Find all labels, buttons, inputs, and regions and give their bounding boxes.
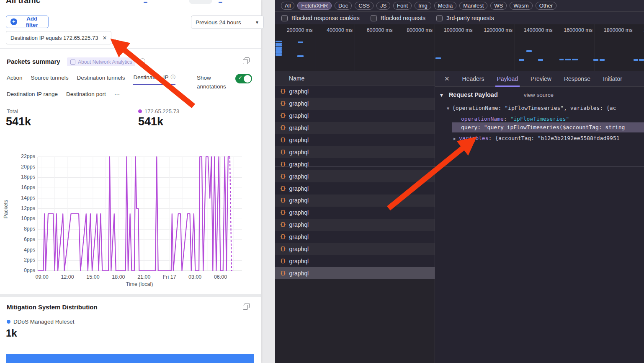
summary-tab[interactable]: ⋯ ⓘ [114, 91, 120, 100]
json-braces-icon: {} [280, 210, 285, 215]
request-payload-title: Request Payload [449, 91, 498, 98]
request-row[interactable]: {} graphql [275, 243, 435, 255]
timeline-request-bar [276, 54, 282, 56]
request-row[interactable]: {} graphql [275, 170, 435, 182]
detail-tab[interactable]: Payload [497, 71, 518, 87]
add-filter-button[interactable]: + Add filter [6, 16, 49, 28]
triangle-down-icon[interactable]: ▼ [439, 93, 444, 98]
checkbox-icon[interactable] [436, 15, 443, 21]
request-row[interactable]: {} graphql [275, 158, 435, 170]
filter-pill[interactable]: Other [536, 2, 557, 10]
request-row[interactable]: {} graphql [275, 231, 435, 243]
triangle-down-icon[interactable]: ▼ [447, 106, 449, 111]
filter-pill[interactable]: WS [490, 2, 507, 10]
check-icon: ✓ [238, 75, 242, 80]
filter-pill[interactable]: Fetch/XHR [297, 2, 332, 10]
filter-pill[interactable]: JS [376, 2, 390, 10]
filter-pill[interactable]: All [281, 2, 294, 10]
request-row[interactable]: {} graphql [275, 110, 435, 122]
filter-pill[interactable]: Wasm [510, 2, 532, 10]
request-row[interactable]: {} graphql [275, 146, 435, 158]
expand-view-icon[interactable] [243, 57, 249, 64]
y-tick-label: 14pps [12, 195, 35, 201]
filter-chip-label: Destination IP equals 172.65.225.73 [10, 35, 98, 41]
network-filter-bar: AllFetch/XHRDocCSSJSFontImgMediaManifest… [275, 0, 644, 12]
expand-view-icon[interactable] [243, 303, 249, 309]
chevron-down-icon: ▼ [255, 20, 259, 25]
filter-chip-close-icon[interactable]: ✕ [102, 35, 107, 41]
packets-line-chart[interactable] [37, 155, 243, 274]
request-rows: {} graphql {} graphql {} graphql {} grap… [275, 86, 435, 279]
request-row[interactable]: {} graphql [275, 255, 435, 267]
y-tick-label: 16pps [12, 184, 35, 190]
detail-tab[interactable]: Initiator [603, 71, 622, 87]
summary-tab[interactable]: Destination IP range ⓘ [7, 91, 58, 100]
mitigation-bar[interactable] [6, 354, 254, 363]
summary-tab[interactable]: Destination IP ⓘ [133, 74, 175, 85]
chart-x-axis-title: Time (local) [108, 281, 171, 287]
timeline-request-bar [572, 59, 578, 60]
request-row[interactable]: {} graphql [275, 134, 435, 146]
request-row[interactable]: {} graphql [275, 182, 435, 194]
timeline-request-bar [538, 59, 543, 61]
time-range-dropdown[interactable]: Previous 24 hours ▼ [191, 16, 264, 29]
x-tick-label: 12:00 [56, 274, 79, 280]
filter-chip[interactable]: Destination IP equals 172.65.225.73 ✕ [6, 31, 111, 44]
view-source-link[interactable]: view source [524, 92, 554, 98]
total-value: 541k [6, 115, 31, 128]
request-list-header[interactable]: Name [275, 71, 435, 86]
filter-checkbox[interactable]: 3rd-party requests [436, 15, 494, 21]
checkbox-icon[interactable] [371, 15, 377, 21]
close-icon[interactable]: ✕ [444, 75, 450, 83]
filter-pill[interactable]: Media [434, 2, 456, 10]
x-tick-label: 21:00 [132, 274, 156, 280]
y-tick-label: 6pps [12, 236, 35, 242]
timeline-tick: 2000000 ms [635, 24, 644, 71]
timeline-request-bar [565, 59, 571, 60]
chart-y-axis-title: Packets [3, 200, 9, 218]
filter-checkbox[interactable]: Blocked response cookies [281, 15, 360, 21]
json-braces-icon: {} [280, 137, 285, 143]
triangle-right-icon[interactable]: ▶ [453, 136, 456, 141]
request-row[interactable]: {} graphql [275, 98, 435, 110]
request-row[interactable]: {} graphql [275, 86, 435, 98]
filter-pill[interactable]: Manifest [459, 2, 487, 10]
timeline-request-bar [297, 55, 304, 57]
payload-query-line[interactable]: query: "query ipFlowTimeseries($accountT… [461, 124, 625, 130]
json-braces-icon: {} [280, 88, 285, 94]
network-timeline-overview[interactable]: 200000 ms400000 ms600000 ms800000 ms1000… [275, 24, 644, 72]
payload-summary-line[interactable]: ▼{operationName: "ipFlowTimeseries", var… [447, 105, 616, 111]
summary-tab[interactable]: Action ⓘ [7, 74, 23, 85]
summary-tab[interactable]: Destination port ⓘ [66, 91, 106, 100]
summary-tab[interactable]: Destination tunnels ⓘ [77, 74, 125, 85]
y-tick-label: 12pps [12, 205, 35, 211]
about-network-analytics-badge: About Network Analytics [67, 57, 135, 66]
filter-pill[interactable]: CSS [355, 2, 374, 10]
filter-pill[interactable]: Img [415, 2, 431, 10]
detail-tab[interactable]: Preview [531, 71, 551, 87]
request-row[interactable]: {} graphql [275, 194, 435, 207]
timeline-request-bar [639, 59, 644, 61]
request-row[interactable]: {} graphql [275, 207, 435, 219]
timeline-tick: 1600000 ms [555, 24, 595, 71]
show-annotations-toggle[interactable]: ✓ [235, 74, 252, 83]
clock-icon [140, 58, 145, 64]
detail-tab[interactable]: Response [564, 71, 590, 87]
request-row[interactable]: {} graphql [275, 122, 435, 134]
summary-tab[interactable]: Source tunnels ⓘ [31, 74, 69, 85]
filter-pill[interactable]: Font [393, 2, 412, 10]
top-cutoff-decoration [189, 0, 212, 4]
request-row[interactable]: {} graphql [275, 267, 435, 279]
checkbox-icon[interactable] [281, 15, 288, 21]
filter-checkbox[interactable]: Blocked requests [371, 15, 425, 21]
detail-tab[interactable]: Headers [462, 71, 484, 87]
timeline-tick: 400000 ms [315, 24, 355, 71]
top-cutoff-icon [219, 2, 222, 3]
x-tick-label: 03:00 [183, 274, 207, 280]
devtools-panel: AllFetch/XHRDocCSSJSFontImgMediaManifest… [275, 0, 644, 363]
packets-summary-title: Packets summary [7, 58, 60, 65]
request-row[interactable]: {} graphql [275, 219, 435, 231]
request-detail-panel: ✕ HeadersPayloadPreviewResponseInitiator… [435, 71, 644, 363]
payload-variables-line[interactable]: ▶variables: {accountTag: "b12e3b2192ee55… [453, 135, 620, 141]
filter-pill[interactable]: Doc [335, 2, 352, 10]
